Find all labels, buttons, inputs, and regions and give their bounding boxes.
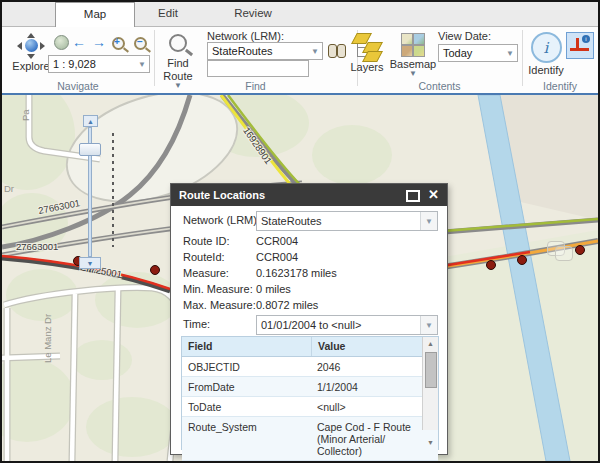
route-shield-icon <box>555 246 573 261</box>
basemap-button[interactable]: Basemap ▼ <box>390 33 436 77</box>
fixed-zoom-in-icon[interactable] <box>112 37 125 50</box>
find-route-label-1: Find <box>167 58 188 69</box>
dlg-time-combobox[interactable]: 01/01/2004 to <null> ▼ <box>256 315 438 335</box>
dlg-time-label: Time: <box>183 318 210 330</box>
dlg-network-value: StateRoutes <box>257 215 420 227</box>
identify-label: Identify <box>528 65 563 76</box>
layers-button[interactable]: Layers <box>348 32 386 73</box>
explore-compass-icon <box>16 33 46 59</box>
table-row[interactable]: Route_System Cape Cod - F Route (Minor A… <box>182 417 438 461</box>
fixed-zoom-out-icon[interactable] <box>134 37 147 50</box>
chevron-down-icon[interactable]: ▼ <box>503 49 517 58</box>
map-scale-value: 1 : 9,028 <box>49 58 135 70</box>
chevron-down-icon[interactable]: ▼ <box>308 47 322 56</box>
cell-value: Cape Cod - F Route (Minor Arterial/ Coll… <box>311 417 421 460</box>
layers-label: Layers <box>350 62 383 73</box>
street-name-label: Dr <box>4 183 14 194</box>
cell-value: 1/1/2004 <box>311 377 421 396</box>
attribute-table-header: Field Value <box>182 337 438 357</box>
cell-field: OBJECTID <box>182 357 311 376</box>
chevron-down-icon[interactable]: ▼ <box>135 60 149 69</box>
cell-value: 2046 <box>311 357 421 376</box>
slider-up-button[interactable]: ▲ <box>83 115 98 127</box>
cell-field: FromDate <box>182 377 311 396</box>
map-scale-combobox[interactable]: 1 : 9,028 ▼ <box>48 55 150 73</box>
dlg-min-measure-label: Min. Measure: <box>183 283 253 295</box>
full-extent-globe-icon[interactable] <box>54 35 69 50</box>
group-label-contents: Contents <box>357 80 522 92</box>
dlg-network-combobox[interactable]: StateRoutes ▼ <box>256 211 438 231</box>
dialog-title: Route Locations <box>179 189 265 201</box>
dlg-routeid-value: CCR004 <box>256 235 298 247</box>
group-label-find: Find <box>154 80 357 92</box>
dlg-measure-value: 0.1623178 miles <box>256 267 337 279</box>
street-name-label: Le Manz Dr <box>42 314 53 363</box>
group-label-identify: Identify <box>522 80 598 92</box>
binoculars-find-icon[interactable] <box>328 44 346 57</box>
table-scrollbar[interactable]: ▲ ▼ <box>422 337 438 430</box>
dlg-network-label: Network (LRM): <box>183 214 260 226</box>
next-extent-icon[interactable]: → <box>92 35 106 49</box>
view-date-combobox[interactable]: Today ▼ <box>438 44 518 62</box>
group-separator <box>154 30 155 86</box>
col-value: Value <box>312 337 438 356</box>
cell-field: ToDate <box>182 397 311 416</box>
scrollbar-thumb[interactable] <box>425 352 437 388</box>
chevron-down-icon[interactable]: ▼ <box>420 212 437 230</box>
explore-button[interactable]: Explore <box>10 33 52 72</box>
identify-route-locations-tool-active[interactable]: i <box>566 32 594 59</box>
dlg-routeid-label: Route ID: <box>183 235 229 247</box>
route-number-label: 27663001 <box>16 241 58 252</box>
cell-value: <null> <box>311 397 421 416</box>
dlg-routeid2-value: CCR004 <box>256 251 298 263</box>
slider-down-button[interactable]: ▼ <box>79 257 101 269</box>
route-id-input[interactable] <box>207 60 309 77</box>
chevron-down-icon: ▼ <box>409 70 417 77</box>
application-window: Map Edit Review Explore ← → 1 : 9,028 ▼ … <box>0 0 600 463</box>
explore-label: Explore <box>12 61 49 72</box>
tab-map[interactable]: Map <box>55 2 135 27</box>
scroll-down-icon[interactable]: ▼ <box>423 436 438 449</box>
dlg-measure-label: Measure: <box>183 267 229 279</box>
route-tick-icon <box>576 38 579 50</box>
tab-review[interactable]: Review <box>214 2 292 25</box>
cell-field: Route_System <box>182 417 311 460</box>
dialog-titlebar[interactable]: Route Locations ✕ <box>171 184 447 206</box>
ribbon-tabstrip: Map Edit Review <box>2 2 598 27</box>
network-lrm-value: StateRoutes <box>208 45 308 57</box>
table-row[interactable]: FromDate 1/1/2004 <box>182 377 438 397</box>
dlg-time-value: 01/01/2004 to <null> <box>257 319 420 331</box>
chevron-down-icon[interactable]: ▼ <box>420 316 437 334</box>
route-locations-dialog: Route Locations ✕ Network (LRM): StateRo… <box>170 183 448 455</box>
info-dot-icon: i <box>582 35 590 43</box>
dlg-min-measure-value: 0 miles <box>256 283 291 295</box>
ribbon: Explore ← → 1 : 9,028 ▼ Navigate Find Ro… <box>2 27 598 93</box>
identify-info-icon: i <box>531 32 562 63</box>
route-line-icon <box>570 48 589 51</box>
view-date-label: View Date: <box>438 30 491 42</box>
col-field: Field <box>182 337 312 356</box>
close-icon[interactable]: ✕ <box>428 187 439 203</box>
maximize-icon[interactable] <box>406 190 420 202</box>
dlg-max-measure-value: 0.8072 miles <box>256 299 318 311</box>
dlg-max-measure-label: Max. Measure: <box>183 299 256 311</box>
previous-extent-icon[interactable]: ← <box>72 35 86 49</box>
table-row[interactable]: OBJECTID 2046 <box>182 357 438 377</box>
scroll-up-icon[interactable]: ▲ <box>423 337 438 350</box>
group-label-navigate: Navigate <box>2 80 154 92</box>
find-route-magnifier-icon <box>169 34 187 52</box>
group-separator <box>522 30 523 86</box>
identify-button[interactable]: i Identify <box>528 32 564 76</box>
dlg-routeid2-label: RouteId: <box>183 251 225 263</box>
slider-thumb[interactable] <box>79 143 101 156</box>
view-date-value: Today <box>439 47 503 59</box>
network-lrm-label: Network (LRM): <box>207 30 284 42</box>
network-lrm-combobox[interactable]: StateRoutes ▼ <box>207 42 323 60</box>
tab-edit[interactable]: Edit <box>134 2 202 25</box>
attribute-table: Field Value OBJECTID 2046 FromDate 1/1/2… <box>181 336 439 450</box>
slider-tick-marks <box>112 133 114 247</box>
basemap-icon <box>401 33 425 57</box>
layers-icon <box>352 32 382 60</box>
street-name-label: Pa <box>20 109 31 121</box>
table-row[interactable]: ToDate <null> <box>182 397 438 417</box>
